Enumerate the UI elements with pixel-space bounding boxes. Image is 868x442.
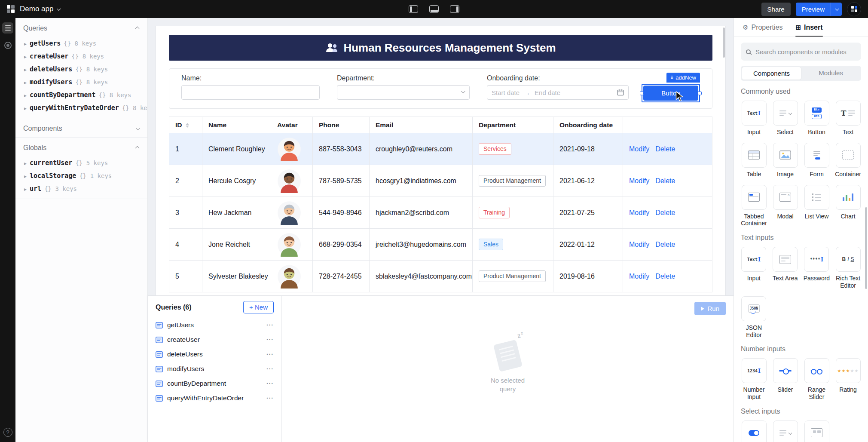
more-options-icon[interactable]: ··· [266,380,274,387]
search-input[interactable] [755,48,856,56]
section-header-components[interactable]: Components [15,118,147,137]
data-workspace-icon[interactable] [2,22,13,34]
canvas-scrollbar[interactable] [723,28,725,58]
resize-handle-right[interactable] [698,91,702,95]
component-tile-text-area[interactable]: Text Area [772,247,798,289]
share-button[interactable]: Share [761,3,791,16]
date-range-picker[interactable]: Start date → End date [487,85,629,100]
table-row[interactable]: 2 Hercule Cosgry 787-589-5735 hcosgry1@i… [169,165,712,197]
app-logo-icon[interactable] [7,5,15,13]
component-tile-switch[interactable] [741,421,767,442]
tree-item-getusers[interactable]: ▸ getUsers {} 8 keys [15,37,147,50]
component-tile-text[interactable]: T Text [835,101,861,136]
modify-link[interactable]: Modify [629,209,649,216]
resize-handle-left[interactable] [640,91,644,95]
tree-item-querywithentrydateorder[interactable]: ▸ queryWithEntryDateOrder {} 8 keys [15,101,147,114]
name-input[interactable] [181,85,320,100]
toggle-bottom-panel-icon[interactable] [429,5,439,13]
toggle-left-panel-icon[interactable] [409,5,418,13]
component-tile-modal[interactable]: Modal [772,185,798,227]
tab-properties[interactable]: ⚙ Properties [743,24,782,36]
component-tile-multiselect[interactable] [804,421,830,442]
delete-link[interactable]: Delete [655,209,675,216]
component-tile-select[interactable]: Select [772,101,798,136]
delete-link[interactable]: Delete [655,145,675,153]
query-item-deleteusers[interactable]: deleteUsers··· [148,347,281,362]
tree-item-localstorage[interactable]: ▸ localStorage {} 1 keys [15,169,147,182]
delete-link[interactable]: Delete [655,241,675,248]
query-item-createuser[interactable]: createUser··· [148,332,281,347]
component-tile-button[interactable]: BtnBtn Button [804,101,830,136]
column-header-id[interactable]: ID [169,117,202,133]
column-header-phone[interactable]: Phone [313,117,370,133]
component-tile-rating[interactable]: ★★★★★ Rating [835,358,861,401]
tree-item-deleteusers[interactable]: ▸ deleteUsers {} 8 keys [15,63,147,76]
delete-link[interactable]: Delete [655,273,675,280]
component-tile-tabbed-container[interactable]: Tabbed Container [741,185,767,227]
tree-item-currentuser[interactable]: ▸ currentUser {} 5 keys [15,157,147,169]
more-options-icon[interactable]: ··· [266,322,274,328]
query-item-getusers[interactable]: getUsers··· [148,318,281,332]
more-options-icon[interactable]: ··· [266,336,274,343]
component-tile-rich-text-editor[interactable]: BIS Rich Text Editor [835,247,861,289]
component-tile-password[interactable]: ****I Password [804,247,830,289]
component-tile-slider[interactable]: Slider [772,358,798,401]
table-row[interactable]: 1 Clement Roughley 887-558-3043 croughle… [169,133,712,165]
selected-component-outline[interactable]: ⠿ addNew Button [642,84,700,102]
modify-link[interactable]: Modify [629,241,649,248]
section-header-globals[interactable]: Globals [15,138,147,157]
canvas-area[interactable]: Human Resources Management System Name: … [148,18,734,295]
component-tile-select2[interactable] [772,421,798,442]
more-options-icon[interactable]: ··· [266,365,274,372]
panel-scrollbar[interactable] [865,207,867,289]
table-row[interactable]: 4 Jone Reichelt 668-299-0354 jreichelt3@… [169,229,712,261]
component-tile-number-input[interactable]: 1234I Number Input [741,358,767,401]
column-header-onboarding-date[interactable]: Onboarding date [553,117,623,133]
column-header-avatar[interactable]: Avatar [271,117,313,133]
delete-link[interactable]: Delete [655,177,675,184]
component-tile-container[interactable]: Container [835,143,861,178]
column-header-email[interactable]: Email [370,117,473,133]
component-tile-list-view[interactable]: List View [804,185,830,227]
more-options-icon[interactable]: ··· [266,351,274,358]
modify-link[interactable]: Modify [629,273,649,280]
component-tile-input[interactable]: TextI Input [741,101,767,136]
query-item-countbydepartment[interactable]: countByDepartment··· [148,376,281,391]
help-button[interactable]: ? [3,428,12,437]
sort-icon[interactable] [186,123,189,128]
tab-insert[interactable]: ⊞ Insert [795,24,822,36]
section-header-queries[interactable]: Queries [15,18,147,37]
table-row[interactable]: 3 Hew Jackman 544-949-8946 hjackman2@scr… [169,197,712,229]
component-tile-form[interactable]: Form [804,143,830,178]
tree-item-url[interactable]: ▸ url {} 3 keys [15,182,147,195]
modify-link[interactable]: Modify [629,177,649,184]
app-name-menu[interactable]: Demo app [20,5,60,13]
tree-item-createuser[interactable]: ▸ createUser {} 8 keys [15,50,147,63]
column-header-department[interactable]: Department [473,117,553,133]
component-tile-table[interactable]: Table [741,143,767,178]
inspect-icon[interactable] [2,40,13,51]
department-select[interactable] [337,85,470,100]
more-options-icon[interactable]: ··· [266,395,274,402]
column-header-item[interactable] [623,117,712,133]
query-item-modifyusers[interactable]: modifyUsers··· [148,362,281,376]
toggle-modules[interactable]: Modules [801,67,860,80]
new-query-button[interactable]: + New [243,301,274,313]
component-tile-input[interactable]: TextI Input [741,247,767,289]
toggle-components[interactable]: Components [742,67,801,80]
app-header-banner[interactable]: Human Resources Management System [169,35,712,61]
component-tile-json-editor[interactable]: JSON JSON Editor [741,296,767,339]
component-tile-image[interactable]: Image [772,143,798,178]
run-query-button[interactable]: Run [694,302,726,315]
toggle-right-panel-icon[interactable] [450,5,459,13]
preview-split-button[interactable]: Preview [796,3,842,16]
preview-button[interactable]: Preview [796,3,831,16]
tree-item-modifyusers[interactable]: ▸ modifyUsers {} 8 keys [15,76,147,89]
preview-dropdown[interactable] [831,3,842,16]
account-avatar[interactable] [847,2,861,16]
table-row[interactable]: 5 Sylvester Blakesley 728-274-2455 sblak… [169,261,712,292]
tree-item-countbydepartment[interactable]: ▸ countByDepartment {} 8 keys [15,89,147,101]
app-canvas[interactable]: Human Resources Management System Name: … [156,26,726,295]
component-search[interactable] [741,43,861,61]
component-tile-range-slider[interactable]: Range Slider [804,358,830,401]
